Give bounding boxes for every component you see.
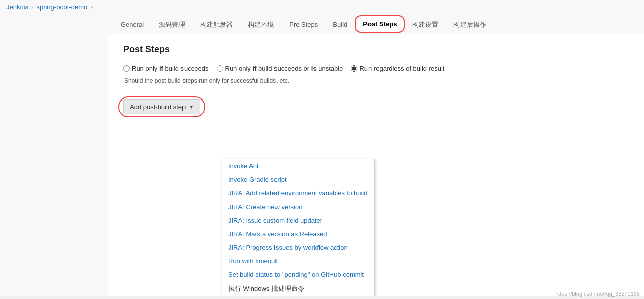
tab-general[interactable]: General xyxy=(113,16,151,33)
section-title: Post Steps xyxy=(123,44,629,55)
dropdown-jira-progress[interactable]: JIRA: Progress issues by workflow action xyxy=(222,241,374,254)
jira-field-link[interactable]: JIRA: Issue custom field updater xyxy=(228,217,322,224)
tab-source[interactable]: 源码管理 xyxy=(151,16,193,34)
dropdown-menu: Invoke Ant Invoke Gradle script JIRA: Ad… xyxy=(222,159,375,296)
radio-regardless[interactable] xyxy=(351,65,357,72)
jira-release-link[interactable]: JIRA: Mark a version as Released xyxy=(228,230,327,238)
add-step-arrow-icon: ▼ xyxy=(189,104,194,110)
github-status-link[interactable]: Set build status to "pending" on GitHub … xyxy=(228,271,364,278)
invoke-gradle-link[interactable]: Invoke Gradle script xyxy=(228,176,287,183)
radio-build-succeeds[interactable] xyxy=(123,65,130,72)
dropdown-jira-release[interactable]: JIRA: Mark a version as Released xyxy=(222,227,374,241)
breadcrumb: Jenkins › spring-boot-demo › xyxy=(0,0,644,14)
radio-label-2[interactable]: Run only if build succeeds or is unstabl… xyxy=(225,65,343,72)
tab-poststeps[interactable]: Post Steps xyxy=(355,15,405,33)
radio-label-3[interactable]: Run regardless of build result xyxy=(359,65,444,72)
radio-option-2[interactable]: Run only if build succeeds or is unstabl… xyxy=(217,65,343,72)
jira-env-link[interactable]: JIRA: Add related environment variables … xyxy=(228,189,368,197)
left-sidebar xyxy=(0,14,108,296)
add-post-build-step-button[interactable]: Add post-build step ▼ xyxy=(123,99,200,114)
dropdown-jira-env[interactable]: JIRA: Add related environment variables … xyxy=(222,186,374,200)
dropdown-jira-create[interactable]: JIRA: Create new version xyxy=(222,200,374,214)
jira-progress-link[interactable]: JIRA: Progress issues by workflow action xyxy=(228,244,348,251)
dropdown-run-timeout[interactable]: Run with timeout xyxy=(222,254,374,268)
dropdown-windows-batch[interactable]: 执行 Windows 批处理命令 xyxy=(222,281,374,296)
dropdown-invoke-gradle[interactable]: Invoke Gradle script xyxy=(222,173,374,186)
dropdown-github-status[interactable]: Set build status to "pending" on GitHub … xyxy=(222,268,374,281)
tab-env[interactable]: 构建环境 xyxy=(240,16,282,34)
tab-postbuild[interactable]: 构建后操作 xyxy=(446,16,494,34)
radio-build-unstable[interactable] xyxy=(217,65,223,72)
tab-settings[interactable]: 构建设置 xyxy=(405,16,446,34)
content-area: General 源码管理 构建触发器 构建环境 Pre Steps Build … xyxy=(108,14,644,296)
tab-navigation: General 源码管理 构建触发器 构建环境 Pre Steps Build … xyxy=(108,14,644,34)
tab-trigger[interactable]: 构建触发器 xyxy=(193,16,240,34)
breadcrumb-jenkins[interactable]: Jenkins xyxy=(6,3,28,11)
invoke-ant-link[interactable]: Invoke Ant xyxy=(228,162,259,170)
radio-label-1[interactable]: Run only if build succeeds xyxy=(132,65,209,72)
breadcrumb-sep-1: › xyxy=(31,3,33,11)
hint-text: Should the post-build steps run only for… xyxy=(124,77,629,84)
dropdown-jira-field[interactable]: JIRA: Issue custom field updater xyxy=(222,214,374,227)
run-timeout-link[interactable]: Run with timeout xyxy=(228,257,277,265)
watermark: https://blog.csdn.net/qq_38270166 xyxy=(555,291,640,297)
add-step-btn-wrapper: Add post-build step ▼ xyxy=(123,99,200,114)
breadcrumb-project[interactable]: spring-boot-demo xyxy=(36,3,87,11)
tab-build[interactable]: Build xyxy=(325,16,355,33)
jira-create-link[interactable]: JIRA: Create new version xyxy=(228,203,302,211)
add-step-label: Add post-build step xyxy=(130,103,186,111)
breadcrumb-sep-2: › xyxy=(90,3,93,11)
radio-option-1[interactable]: Run only if build succeeds xyxy=(123,65,209,72)
dropdown-invoke-ant[interactable]: Invoke Ant xyxy=(222,159,374,173)
radio-group: Run only if build succeeds Run only if b… xyxy=(123,65,629,72)
post-steps-section: Post Steps Run only if build succeeds Ru… xyxy=(108,34,644,124)
radio-option-3[interactable]: Run regardless of build result xyxy=(351,65,444,72)
tab-presteps[interactable]: Pre Steps xyxy=(282,16,325,33)
windows-batch-label: 执行 Windows 批处理命令 xyxy=(228,285,304,292)
